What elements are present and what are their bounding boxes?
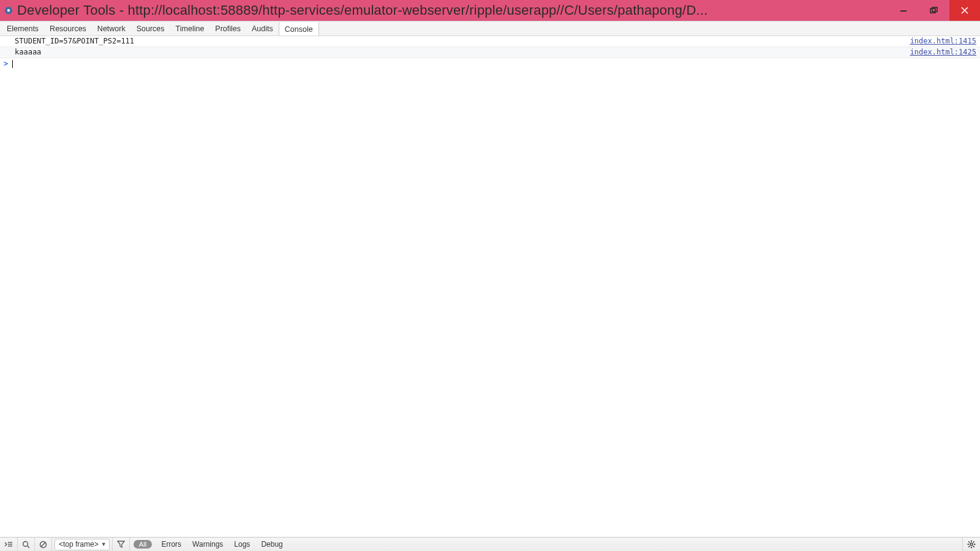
tab-elements[interactable]: Elements	[1, 21, 44, 36]
chevron-down-icon: ▼	[101, 541, 107, 547]
console-log-message: kaaaaa	[15, 47, 910, 58]
tab-network[interactable]: Network	[92, 21, 131, 36]
tab-console[interactable]: Console	[279, 22, 319, 36]
filter-warnings[interactable]: Warnings	[187, 540, 228, 549]
console-prompt[interactable]: >	[0, 58, 980, 69]
close-button[interactable]	[949, 0, 980, 21]
chevron-right-icon: >	[4, 58, 12, 69]
tab-sources[interactable]: Sources	[131, 21, 170, 36]
svg-marker-14	[118, 541, 124, 547]
app-icon	[0, 6, 17, 15]
minimize-button[interactable]	[888, 0, 919, 21]
filter-group: All Errors Warnings Logs Debug	[130, 538, 293, 551]
svg-point-1	[7, 9, 10, 12]
gear-icon	[967, 540, 976, 549]
tab-resources[interactable]: Resources	[44, 21, 92, 36]
svg-line-21	[973, 546, 974, 547]
filter-debug[interactable]: Debug	[255, 540, 288, 549]
console-log-message: STUDENT_ID=57&POINT_PS2=111	[15, 36, 910, 47]
devtools-tablist: Elements Resources Network Sources Timel…	[0, 21, 319, 36]
console-log-source-link[interactable]: index.html:1415	[910, 36, 978, 47]
search-button[interactable]	[18, 538, 35, 551]
svg-line-23	[968, 546, 970, 547]
devtools-tabstrip: Elements Resources Network Sources Timel…	[0, 21, 980, 37]
svg-point-10	[23, 541, 28, 546]
console-panel: STUDENT_ID=57&POINT_PS2=111 index.html:1…	[0, 36, 980, 538]
maximize-button[interactable]	[919, 0, 949, 21]
frame-selector-label: <top frame>	[59, 540, 99, 549]
svg-line-13	[41, 542, 45, 547]
window-title: Developer Tools - http://localhost:58889…	[17, 2, 888, 18]
toggle-drawer-button[interactable]	[0, 538, 18, 551]
svg-rect-2	[900, 10, 907, 12]
frame-selector[interactable]: <top frame> ▼	[52, 538, 113, 551]
svg-rect-4	[932, 7, 937, 12]
svg-point-15	[970, 543, 973, 545]
svg-line-11	[28, 545, 30, 548]
clear-console-button[interactable]	[35, 538, 52, 551]
console-input[interactable]	[13, 59, 980, 68]
svg-rect-3	[930, 9, 935, 13]
console-log-source-link[interactable]: index.html:1425	[910, 47, 978, 58]
filter-errors[interactable]: Errors	[156, 540, 187, 549]
tab-profiles[interactable]: Profiles	[209, 21, 246, 36]
window-titlebar: Developer Tools - http://localhost:58889…	[0, 0, 980, 21]
svg-line-20	[968, 541, 970, 542]
console-statusbar: <top frame> ▼ All Errors Warnings Logs D…	[0, 537, 980, 551]
filter-all[interactable]: All	[134, 540, 153, 549]
filter-logs[interactable]: Logs	[228, 540, 255, 549]
console-log-row: kaaaaa index.html:1425	[0, 47, 980, 58]
filter-button[interactable]	[113, 538, 130, 551]
console-log-row: STUDENT_ID=57&POINT_PS2=111 index.html:1…	[0, 36, 980, 47]
tab-audits[interactable]: Audits	[246, 21, 279, 36]
settings-button[interactable]	[962, 538, 980, 551]
tab-timeline[interactable]: Timeline	[170, 21, 210, 36]
svg-line-22	[973, 541, 974, 542]
